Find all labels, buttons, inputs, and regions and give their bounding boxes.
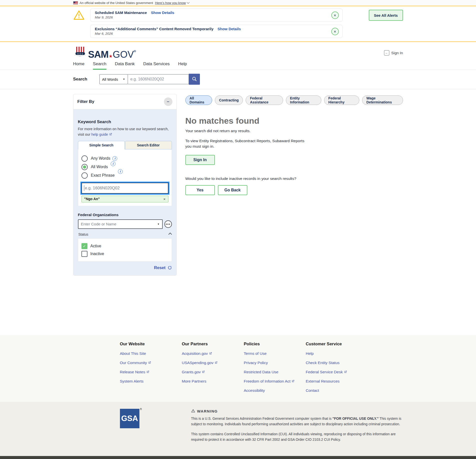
alert-show-details-link[interactable]: Show Details — [217, 27, 241, 31]
us-flag-icon — [73, 1, 78, 4]
alert-show-details-link[interactable]: Show Details — [151, 10, 174, 15]
footer-column-heading: Customer Service — [306, 342, 368, 347]
uncle-sam-hat-icon: ★ ★ ★ — [73, 46, 87, 59]
info-icon[interactable]: i — [118, 169, 123, 174]
footer-link-privacy-policy[interactable]: Privacy Policy — [244, 361, 306, 365]
search-results-area: All Domains Contracting Federal Assistan… — [185, 94, 403, 195]
checkbox-inactive[interactable] — [81, 251, 87, 257]
footer-link-foia[interactable]: Freedom of Information Act — [244, 379, 306, 384]
footer-column-heading: Our Website — [120, 342, 182, 347]
radio-label-exact-phrase: Exact Phrase — [91, 173, 115, 178]
footer-link-about-this-site[interactable]: About This Site — [120, 351, 182, 356]
alert-close-button[interactable]: × — [331, 11, 339, 19]
chevron-up-icon[interactable] — [168, 232, 172, 236]
nav-item-help[interactable]: Help — [178, 61, 187, 66]
sign-in-button[interactable]: Sign In — [185, 155, 215, 165]
radio-all-words[interactable] — [81, 164, 88, 170]
reset-filters-link[interactable]: Reset — [154, 265, 172, 270]
registered-mark: ® — [140, 408, 142, 411]
checkbox-label-inactive: Inactive — [90, 252, 104, 256]
chip-remove-icon[interactable]: × — [163, 197, 166, 201]
footer-link-help[interactable]: Help — [306, 351, 368, 356]
checkbox-active[interactable]: ✓ — [81, 243, 87, 249]
search-mode-select[interactable]: All Words ▼ — [99, 74, 128, 84]
footer-link-system-alerts[interactable]: System Alerts — [120, 379, 182, 384]
tab-simple-search[interactable]: Simple Search — [78, 141, 125, 149]
nav-item-home[interactable]: Home — [73, 61, 84, 66]
warning-triangle-icon — [73, 9, 85, 22]
sam-gov-logo[interactable]: ★ ★ ★ SAM★GOV® — [73, 46, 136, 59]
checkbox-label-active: Active — [90, 244, 101, 248]
keyword-input[interactable]: e.g. 1606N020Q02 — [81, 183, 168, 194]
domain-tab-federal-hierarchy[interactable]: Federal Hierarchy — [324, 95, 359, 105]
status-section-label: Status — [78, 232, 88, 236]
search-submit-button[interactable] — [189, 74, 200, 85]
info-icon[interactable]: i — [112, 156, 117, 161]
svg-text:★: ★ — [81, 53, 83, 55]
footer-link-contact[interactable]: Contact — [306, 388, 368, 393]
collapse-filters-button[interactable]: − — [164, 97, 172, 106]
footer-link-check-entity-status[interactable]: Check Entity Status — [306, 361, 368, 365]
no-results-text: Your search did not return any results. — [185, 129, 403, 133]
domain-tab-entity-information[interactable]: Entity Information — [286, 95, 322, 105]
external-link-icon — [344, 370, 347, 374]
more-options-button[interactable]: ●●● — [164, 220, 172, 228]
how-you-know-link[interactable]: Here’s how you know — [155, 1, 186, 5]
federal-organizations-placeholder: Enter Code or Name — [81, 222, 116, 226]
alerts-section: Scheduled SAM Maintenance Show Details M… — [0, 6, 476, 42]
domain-tabs: All Domains Contracting Federal Assistan… — [185, 95, 403, 105]
info-icon[interactable]: i — [111, 161, 115, 166]
sign-in-required-text: To view Entity Registrations, Subcontrac… — [185, 138, 310, 149]
see-all-alerts-button[interactable]: See All Alerts — [369, 10, 403, 21]
footer-link-usaspending-gov[interactable]: USASpending.gov — [182, 361, 244, 365]
domain-tab-contracting[interactable]: Contracting — [215, 95, 243, 105]
search-input[interactable] — [128, 74, 189, 84]
footer-link-accessibility[interactable]: Accessibility — [244, 388, 306, 393]
help-guide-link[interactable]: help guide — [91, 132, 112, 136]
text-caret — [84, 185, 84, 191]
footer-link-release-notes[interactable]: Release Notes — [120, 370, 182, 374]
alert-date: Mar 6, 2026 — [95, 32, 327, 35]
alert-close-button[interactable]: × — [331, 28, 339, 35]
warning-paragraph-1: This is a U.S. General Services Administ… — [191, 416, 403, 427]
footer-link-federal-service-desk[interactable]: Federal Service Desk — [306, 370, 368, 374]
footer-link-restricted-data-use[interactable]: Restricted Data Use — [244, 370, 306, 374]
radio-any-words[interactable] — [81, 155, 88, 162]
footer-link-more-partners[interactable]: More Partners — [182, 379, 244, 384]
external-link-icon — [109, 133, 112, 136]
logo-star-icon: ★ — [109, 54, 112, 59]
footer-column-policies: Policies Terms of Use Privacy Policy Res… — [244, 342, 306, 393]
federal-organizations-heading: Federal Organizations — [78, 213, 172, 217]
federal-organizations-select[interactable]: Enter Code or Name ▼ — [78, 219, 163, 229]
footer-link-terms-of-use[interactable]: Terms of Use — [244, 351, 306, 356]
domain-tab-wage-determinations[interactable]: Wage Determinations — [362, 95, 403, 105]
filter-panel: Filter By − Keyword Search For more info… — [73, 94, 177, 276]
footer-link-grants-gov[interactable]: Grants.gov — [182, 370, 244, 374]
yes-button[interactable]: Yes — [185, 185, 215, 195]
footer-link-external-resources[interactable]: External Resources — [306, 379, 368, 384]
footer-column-our-website: Our Website About This Site Our Communit… — [120, 342, 182, 393]
magnifier-icon — [192, 76, 197, 82]
search-label: Search — [73, 77, 99, 82]
keyword-input-placeholder: e.g. 1606N020Q02 — [85, 186, 120, 190]
nav-item-data-services[interactable]: Data Services — [143, 61, 170, 66]
footer-link-acquisition-gov[interactable]: Acquisition.gov — [182, 351, 244, 356]
go-back-button[interactable]: Go Back — [218, 185, 247, 195]
simple-search-panel: Any Words i All Words i Exact Phrase i — [78, 149, 172, 206]
nav-item-data-bank[interactable]: Data Bank — [115, 61, 135, 66]
header-sign-in-link[interactable]: ← Sign In — [384, 50, 403, 55]
main-content: Filter By − Keyword Search For more info… — [0, 89, 476, 335]
radio-exact-phrase[interactable] — [81, 172, 88, 179]
external-link-icon — [209, 352, 212, 355]
footer-links-section: Our Website About This Site Our Communit… — [0, 335, 476, 402]
footer-link-our-community[interactable]: Our Community — [120, 361, 182, 365]
footer-column-customer-service: Customer Service Help Check Entity Statu… — [306, 342, 368, 393]
sign-in-arrow-icon: ← — [384, 50, 389, 55]
warning-outline-icon — [191, 409, 195, 414]
domain-tab-all-domains[interactable]: All Domains — [185, 95, 212, 105]
status-options-box: ✓ Active Inactive — [78, 238, 172, 262]
nav-item-search[interactable]: Search — [93, 61, 106, 66]
domain-tab-federal-assistance[interactable]: Federal Assistance — [246, 95, 283, 105]
alert-title: Scheduled SAM Maintenance — [95, 10, 147, 15]
tab-search-editor[interactable]: Search Editor — [125, 141, 172, 149]
